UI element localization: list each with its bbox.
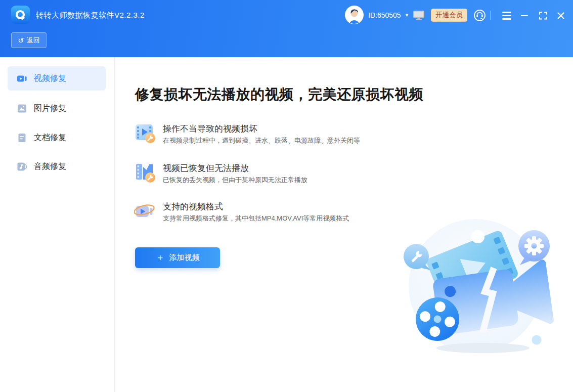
user-id[interactable]: ID:650505 xyxy=(368,11,401,19)
sidebar-item-document-repair[interactable]: 文档修复 xyxy=(8,125,106,150)
feature-desc: 已恢复的丢失视频，但由于某种原因无法正常播放 xyxy=(163,176,307,185)
device-monitor-icon[interactable] xyxy=(413,10,425,23)
sidebar-item-image-repair[interactable]: 图片修复 xyxy=(8,96,106,120)
minimize-button[interactable] xyxy=(519,10,530,21)
titlebar-divider xyxy=(490,11,491,20)
video-repair-illustration xyxy=(400,212,571,364)
page-title: 修复损坏无法播放的视频，完美还原损坏视频 xyxy=(135,85,423,104)
close-button[interactable] xyxy=(555,10,566,21)
header: 转转大师数据恢复软件V2.2.3.2 ID:650505 ▼ 开通会员 xyxy=(0,0,573,57)
sidebar-item-audio-repair[interactable]: 音频修复 xyxy=(8,154,106,179)
menu-button[interactable] xyxy=(501,10,512,21)
plus-icon: ＋ xyxy=(156,253,165,262)
audio-repair-icon xyxy=(17,161,27,172)
sidebar-item-label: 音频修复 xyxy=(34,161,66,172)
feature-title: 操作不当导致的视频损坏 xyxy=(163,123,257,135)
app-logo-icon xyxy=(11,6,30,24)
sidebar-item-label: 视频修复 xyxy=(34,73,66,84)
document-repair-icon xyxy=(17,133,27,143)
maximize-button[interactable] xyxy=(538,10,549,21)
sidebar-item-label: 图片修复 xyxy=(34,103,66,114)
app-title: 转转大师数据恢复软件V2.2.3.2 xyxy=(36,11,145,20)
main-panel: 修复损坏无法播放的视频，完美还原损坏视频 xyxy=(115,57,573,392)
filmstrip-wrench-icon xyxy=(134,161,156,184)
feature-desc: 在视频录制过程中，遇到碰撞、进水、跌落、电源故障、意外关闭等 xyxy=(163,136,360,145)
image-repair-icon xyxy=(17,103,27,114)
back-label: 返回 xyxy=(27,36,40,45)
add-video-label: 添加视频 xyxy=(169,253,200,263)
vip-upgrade-button[interactable]: 开通会员 xyxy=(431,9,467,22)
sidebar-item-video-repair[interactable]: 视频修复 xyxy=(8,66,106,91)
customer-service-icon[interactable] xyxy=(473,9,486,24)
sidebar-item-label: 文档修复 xyxy=(34,133,66,143)
sidebar: 视频修复 图片修复 文档修复 xyxy=(0,57,115,392)
add-video-button[interactable]: ＋ 添加视频 xyxy=(135,247,220,268)
feature-title: 支持的视频格式 xyxy=(163,201,223,212)
chevron-down-icon[interactable]: ▼ xyxy=(405,13,409,18)
video-repair-icon xyxy=(17,73,27,84)
back-button[interactable]: ↺ 返回 xyxy=(11,32,47,48)
film-wrench-icon xyxy=(134,122,156,144)
feature-desc: 支持常用视频格式修复，其中包括MP4,MOV,AVI等常用视频格式 xyxy=(163,214,349,223)
camera-orbit-icon xyxy=(134,200,156,222)
avatar[interactable] xyxy=(345,6,364,24)
feature-title: 视频已恢复但无法播放 xyxy=(163,162,249,174)
app-window: 转转大师数据恢复软件V2.2.3.2 ID:650505 ▼ 开通会员 xyxy=(0,0,573,392)
back-arrow-icon: ↺ xyxy=(18,37,24,44)
